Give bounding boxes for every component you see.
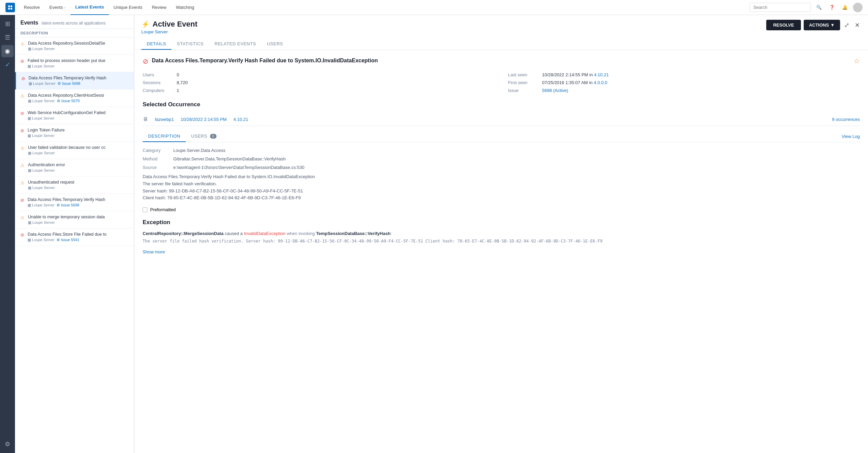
sidebar-icon-check[interactable]: ✓ — [1, 59, 14, 71]
event-issue-link[interactable]: ⚙ Issue 5698 — [57, 203, 79, 207]
sidebar-icon-settings[interactable]: ⚙ — [1, 438, 14, 450]
exception-when: when invoking — [287, 231, 316, 236]
event-title: Failed to process session header put due — [28, 58, 128, 63]
nav-resolve[interactable]: Resolve — [19, 0, 45, 15]
nav-latest-events[interactable]: Latest Events — [70, 0, 109, 15]
list-item[interactable]: ⚠ Authentication error ▦ Loupe Server — [15, 159, 134, 176]
event-meta: ▦ Loupe Server — [28, 168, 128, 173]
stat-users-label: Users — [143, 72, 177, 77]
sidebar-icon-monitor[interactable]: ◉ — [1, 45, 14, 57]
tab-related-events[interactable]: RELATED EVENTS — [209, 38, 261, 50]
search-input[interactable] — [750, 3, 811, 12]
svg-rect-3 — [11, 8, 12, 10]
field-category-value: Loupe.Server.Data Access — [173, 148, 225, 153]
event-meta: ▦ Loupe Server — [28, 186, 128, 190]
stat-issue: Issue 5698 (Active) — [508, 88, 860, 93]
stat-sessions-value: 8,720 — [177, 80, 188, 85]
warning-icon: ⚠ — [20, 163, 25, 168]
list-item[interactable]: ⚠ Data Access Repository.ClientHostSessi… — [15, 90, 134, 107]
event-server: ▦ Loupe Server — [28, 151, 55, 155]
field-method: Method Gibraltar.Server.Data.TempSession… — [143, 156, 860, 161]
error-icon: ⊘ — [21, 76, 25, 81]
list-item[interactable]: ⊘ Login Token Failure ▦ Loupe Server — [15, 124, 134, 142]
resolve-button[interactable]: RESOLVE — [766, 20, 801, 30]
event-content: Data Access Repository.SessionDetailSe ▦… — [28, 41, 128, 51]
event-meta: ▦ Loupe Server ⚙ Issue 5698 — [28, 203, 128, 207]
show-more-link[interactable]: Show more — [143, 248, 860, 256]
actions-button[interactable]: ACTIONS ▼ — [804, 20, 840, 30]
close-button[interactable]: ✕ — [853, 20, 861, 30]
nav-review[interactable]: Review — [147, 0, 171, 15]
main-layout: ⊞ ☰ ◉ ✓ ⚙ Events latest events across al… — [0, 15, 868, 453]
view-log-link[interactable]: View Log — [842, 134, 860, 139]
event-title: Web Service HubConfigurationGet Failed — [28, 110, 128, 115]
warning-icon: ⚠ — [20, 41, 25, 46]
tab-statistics[interactable]: STATISTICS — [172, 38, 209, 50]
error-icon: ⊘ — [20, 232, 24, 237]
tab-users[interactable]: USERS — [261, 38, 288, 50]
occurrence-version-link[interactable]: 4.10.21 — [234, 117, 248, 122]
event-server: ▦ Loupe Server — [28, 99, 55, 103]
detail-subtitle-link[interactable]: Loupe Server — [141, 29, 759, 34]
star-icon[interactable]: ☆ — [854, 57, 860, 65]
event-content: Unauthenticated request ▦ Loupe Server — [28, 180, 128, 190]
exception-source: CentralRepository::MergeSessionData — [143, 231, 224, 236]
list-item[interactable]: ⊘ Web Service HubConfigurationGet Failed… — [15, 107, 134, 124]
list-item[interactable]: ⚠ Unable to merge temporary session data… — [15, 211, 134, 229]
svg-rect-0 — [8, 5, 10, 7]
event-title: Data Access Repository.ClientHostSessi — [28, 93, 128, 98]
search-area: 🔍 ❓ 🔔 — [750, 3, 863, 12]
tab-details[interactable]: DETAILS — [141, 38, 172, 50]
sub-tab-users[interactable]: USERS 0 — [186, 131, 222, 142]
event-title: Data Access Files.Temporary.Verify Hash — [29, 76, 128, 80]
fullscreen-button[interactable]: ⤢ — [843, 20, 851, 30]
sidebar-icon-home[interactable]: ⊞ — [1, 18, 14, 30]
svg-rect-2 — [8, 8, 10, 10]
event-server: ▦ Loupe Server — [28, 186, 55, 190]
preformat-row: Preformatted — [143, 207, 860, 212]
list-item[interactable]: ⚠ Data Access Repository.SessionDetailSe… — [15, 37, 134, 55]
desc-line-3: Server hash: 99-12-DB-A6-C7-B2-15-56-CF-… — [143, 188, 860, 195]
stat-last-seen-label: Last seen — [508, 72, 542, 77]
list-item[interactable]: ⚠ User failed validation because no user… — [15, 142, 134, 159]
stat-computers-value: 1 — [177, 88, 179, 93]
stat-last-seen-value: 10/28/2022 2:14:55 PM in 4.10.21 — [542, 72, 609, 77]
nav-watching[interactable]: Watching — [171, 0, 199, 15]
event-server: ▦ Loupe Server — [29, 81, 55, 86]
detail-title-area: ⚡ Active Event Loupe Server DETAILS STAT… — [141, 20, 759, 50]
event-issue-link[interactable]: ⚙ Issue 5698 — [58, 81, 80, 86]
list-item[interactable]: ⊘ Data Access Files.Temporary.Verify Has… — [15, 194, 134, 211]
help-icon[interactable]: ❓ — [827, 3, 837, 12]
lightning-icon: ⚡ — [141, 20, 150, 28]
search-icon[interactable]: 🔍 — [814, 3, 824, 12]
event-content: Web Service HubConfigurationGet Failed ▦… — [28, 110, 128, 121]
icon-sidebar: ⊞ ☰ ◉ ✓ ⚙ — [0, 15, 15, 453]
app-logo[interactable] — [5, 3, 15, 12]
sub-tab-description[interactable]: DESCRIPTION — [143, 131, 186, 142]
dropdown-arrow-icon: ▼ — [830, 22, 835, 28]
occurrence-count-link[interactable]: 9 occurrences — [832, 117, 860, 122]
svg-rect-1 — [11, 5, 12, 7]
list-item[interactable]: ⊘ Data Access Files.Store File Failed du… — [15, 229, 134, 246]
notifications-icon[interactable]: 🔔 — [840, 3, 850, 12]
preformat-checkbox[interactable] — [143, 207, 147, 212]
desc-line-4: Client hash: 78-65-E7-4C-8E-0B-5B-1D-62-… — [143, 194, 860, 202]
stat-computers-label: Computers — [143, 88, 177, 93]
first-seen-version-link[interactable]: 4.0.0.0 — [594, 80, 607, 85]
list-item[interactable]: ⊘ Data Access Files.Temporary.Verify Has… — [15, 72, 134, 90]
issue-link[interactable]: 5698 (Active) — [542, 88, 568, 93]
nav-events[interactable]: Events › — [45, 0, 70, 15]
event-content: Data Access Repository.ClientHostSessi ▦… — [28, 93, 128, 103]
nav-unique-events[interactable]: Unique Events — [109, 0, 147, 15]
sub-tabs: DESCRIPTION USERS 0 View Log — [143, 131, 860, 142]
occurrence-date: 10/28/2022 2:14:55 PM — [181, 117, 227, 122]
list-item[interactable]: ⚠ Unauthenticated request ▦ Loupe Server — [15, 176, 134, 194]
last-seen-version-link[interactable]: 4.10.21 — [594, 72, 609, 77]
event-issue-link[interactable]: ⚙ Issue 5541 — [57, 238, 79, 242]
occurrence-host-link[interactable]: fazwebp1 — [155, 117, 174, 122]
sidebar-icon-events[interactable]: ☰ — [1, 31, 14, 44]
event-issue-link[interactable]: ⚙ Issue 5679 — [57, 99, 80, 103]
list-item[interactable]: ⊘ Failed to process session header put d… — [15, 55, 134, 72]
event-meta: ▦ Loupe Server — [28, 134, 128, 138]
user-avatar[interactable] — [853, 3, 863, 12]
